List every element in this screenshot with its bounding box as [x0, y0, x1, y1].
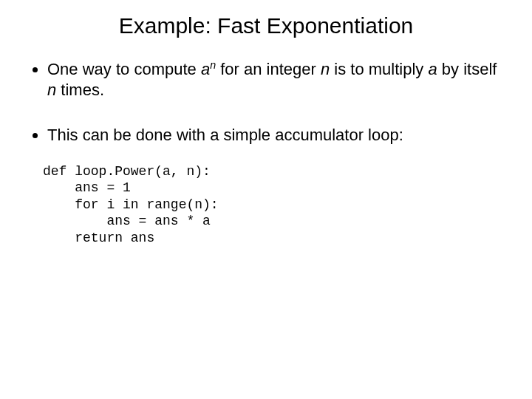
bullet-list: One way to compute an for an integer n i… — [30, 59, 502, 146]
slide: Example: Fast Exponentiation One way to … — [0, 0, 532, 399]
bullet-1-exponent: n — [210, 59, 216, 71]
code-block: def loop.Power(a, n): ans = 1 for i in r… — [43, 163, 502, 247]
bullet-1-n2: n — [47, 81, 56, 99]
bullet-1-text-5: times. — [56, 81, 104, 99]
slide-title: Example: Fast Exponentiation — [30, 13, 502, 38]
bullet-1-text-4: by itself — [437, 60, 497, 78]
bullet-1-base: a — [201, 60, 210, 78]
bullet-1-text-1: One way to compute — [47, 60, 201, 78]
bullet-1-a: a — [428, 60, 437, 78]
bullet-2: This can be done with a simple accumulat… — [47, 125, 502, 146]
bullet-1-text-2: for an integer — [216, 60, 321, 78]
bullet-1-n: n — [321, 60, 330, 78]
bullet-1: One way to compute an for an integer n i… — [47, 59, 502, 100]
bullet-1-text-3: is to multiply — [330, 60, 428, 78]
